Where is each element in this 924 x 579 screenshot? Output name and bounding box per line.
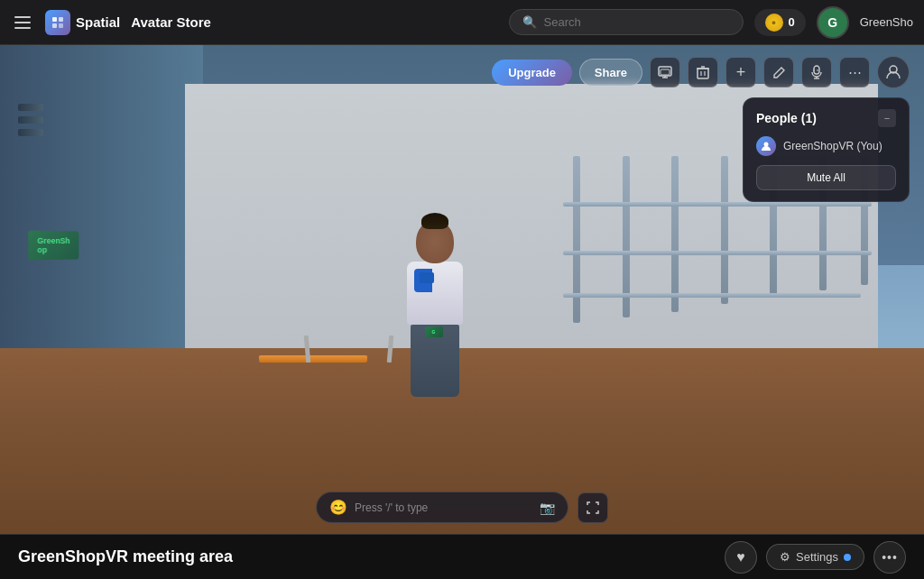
trash-button[interactable] bbox=[688, 57, 718, 87]
avatar-torso: G bbox=[407, 262, 463, 325]
logo-icon bbox=[45, 10, 70, 35]
gear-icon: ⚙ bbox=[780, 550, 790, 564]
plus-icon: + bbox=[736, 63, 746, 82]
room-title: GreenShopVR meeting area bbox=[18, 547, 233, 566]
username-label: GreenSho bbox=[860, 15, 913, 29]
rack-bar-3 bbox=[563, 293, 862, 298]
svg-rect-8 bbox=[698, 69, 708, 78]
people-panel-close-button[interactable]: − bbox=[878, 109, 896, 127]
edit-button[interactable] bbox=[763, 57, 794, 87]
coins-count: 0 bbox=[789, 15, 795, 29]
avatar-logo-badge: G bbox=[425, 326, 443, 337]
settings-label: Settings bbox=[796, 550, 838, 564]
svg-point-18 bbox=[764, 142, 769, 147]
svg-rect-0 bbox=[52, 17, 57, 22]
close-icon: − bbox=[884, 113, 890, 124]
display-table bbox=[259, 355, 367, 363]
toolbar-overlay: Upgrade Share + bbox=[0, 56, 924, 88]
status-indicator-dot bbox=[844, 554, 851, 561]
top-navigation: Spatial Avatar Store 🔍 ● 0 G GreenSho bbox=[0, 0, 924, 45]
coin-icon: ● bbox=[765, 14, 783, 32]
rack-post-3 bbox=[671, 156, 679, 312]
emoji-button[interactable]: 😊 bbox=[329, 499, 347, 516]
people-user-row: GreenShopVR (You) bbox=[756, 136, 896, 156]
more-icon: ⋯ bbox=[848, 64, 862, 80]
share-button[interactable]: Share bbox=[579, 59, 642, 87]
wall-light-2 bbox=[18, 116, 43, 124]
people-panel-title: People (1) bbox=[756, 111, 817, 125]
mic-icon bbox=[811, 65, 822, 79]
user-avatar-button[interactable]: G bbox=[817, 6, 849, 39]
search-input[interactable] bbox=[544, 15, 730, 29]
svg-rect-5 bbox=[661, 69, 670, 75]
hamburger-menu-button[interactable] bbox=[11, 13, 34, 32]
app-logo: Spatial bbox=[45, 10, 120, 35]
trash-icon bbox=[697, 65, 709, 79]
search-icon: 🔍 bbox=[522, 15, 537, 29]
ellipsis-icon: ••• bbox=[882, 550, 898, 565]
app-name-label: Spatial bbox=[76, 14, 120, 30]
heart-button[interactable]: ♥ bbox=[725, 541, 757, 574]
player-avatar: G bbox=[407, 220, 463, 397]
rack-bar-2 bbox=[563, 251, 872, 255]
wall-lights bbox=[18, 104, 43, 136]
avatar-head bbox=[416, 220, 454, 263]
wall-light-1 bbox=[18, 104, 43, 111]
rack-post-4 bbox=[721, 156, 728, 304]
search-bar[interactable]: 🔍 bbox=[509, 9, 744, 35]
chat-input-area[interactable]: 😊 Press '/' to type 📷 bbox=[316, 492, 568, 523]
more-options-button[interactable]: ⋯ bbox=[839, 57, 870, 87]
people-user-avatar bbox=[756, 136, 776, 156]
avatar-profile-icon bbox=[885, 64, 901, 80]
screens-button[interactable] bbox=[650, 57, 680, 87]
left-wall bbox=[0, 45, 203, 397]
fullscreen-button[interactable] bbox=[578, 492, 608, 523]
avatar-profile-button[interactable] bbox=[877, 56, 910, 88]
status-bar: GreenShopVR meeting area ♥ ⚙ Settings ••… bbox=[0, 534, 924, 579]
settings-button[interactable]: ⚙ Settings bbox=[766, 544, 864, 570]
pencil-icon bbox=[772, 66, 786, 79]
mic-button[interactable] bbox=[801, 57, 832, 87]
user-icon bbox=[761, 141, 772, 152]
mute-all-button[interactable]: Mute All bbox=[756, 165, 896, 190]
upgrade-button[interactable]: Upgrade bbox=[492, 60, 572, 86]
section-name-label: Avatar Store bbox=[131, 14, 211, 30]
status-more-button[interactable]: ••• bbox=[873, 541, 906, 574]
people-panel-header: People (1) − bbox=[756, 109, 896, 127]
wall-light-3 bbox=[18, 129, 43, 136]
heart-icon: ♥ bbox=[736, 549, 745, 565]
main-viewport: GreenShop G Upgrade bbox=[0, 45, 924, 534]
rack-bar-1 bbox=[563, 202, 872, 207]
bottom-chat-bar: 😊 Press '/' to type 📷 bbox=[316, 492, 608, 523]
screens-icon bbox=[658, 65, 672, 79]
svg-rect-3 bbox=[59, 23, 63, 28]
people-username-label: GreenShopVR (You) bbox=[783, 140, 882, 152]
greenshop-logo-wall: GreenShop bbox=[28, 231, 79, 261]
people-panel: People (1) − GreenShopVR (You) Mute All bbox=[743, 97, 910, 202]
camera-icon[interactable]: 📷 bbox=[540, 501, 555, 515]
chat-placeholder-text: Press '/' to type bbox=[355, 501, 428, 514]
add-button[interactable]: + bbox=[725, 57, 756, 87]
svg-rect-2 bbox=[52, 23, 57, 28]
rack-post-1 bbox=[573, 156, 580, 323]
svg-rect-1 bbox=[59, 17, 63, 22]
fullscreen-icon bbox=[587, 501, 599, 514]
coins-display: ● 0 bbox=[754, 9, 806, 36]
